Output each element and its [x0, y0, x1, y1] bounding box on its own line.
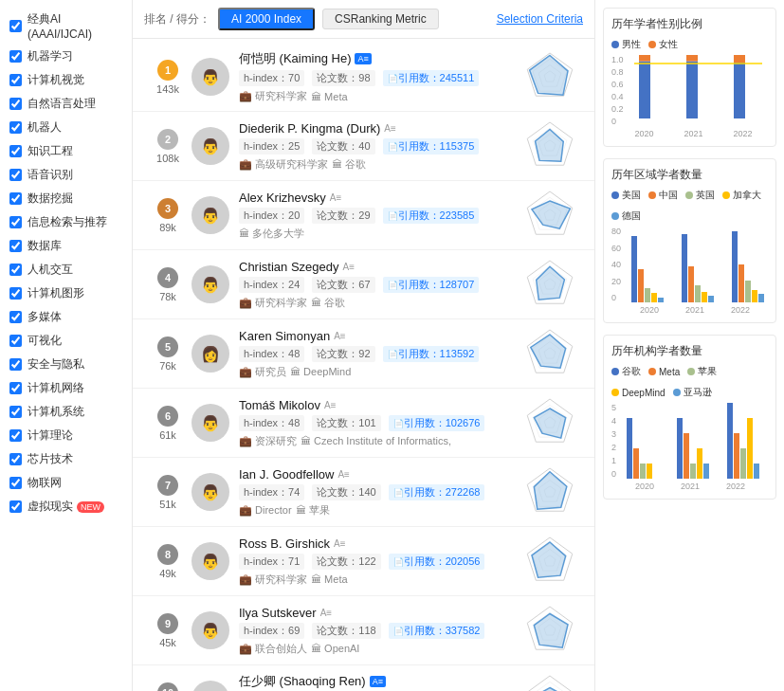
- sidebar-item-nlp[interactable]: 自然语言处理: [0, 92, 132, 116]
- rank-item-2[interactable]: 2108k👨Diederik P. Kingma (Durk)A≡h-index…: [133, 112, 594, 181]
- rank-item-8[interactable]: 849k👨Ross B. GirshickA≡h-index：71论文数：122…: [133, 527, 594, 596]
- sidebar-checkbox-speech[interactable]: [9, 169, 22, 181]
- radar-10: [517, 671, 583, 691]
- legend-item: 德国: [611, 209, 641, 223]
- svg-rect-78: [690, 464, 696, 479]
- citations-3: 📄引用数：223585: [383, 208, 480, 224]
- sidebar-checkbox-ir[interactable]: [9, 216, 22, 228]
- svg-rect-51: [639, 55, 650, 62]
- svg-rect-83: [740, 448, 746, 479]
- person-name-7: Ian J. GoodfellowA≡: [239, 467, 517, 482]
- sidebar-item-speech[interactable]: 语音识别: [0, 163, 132, 187]
- sidebar-item-theory[interactable]: 计算理论: [0, 424, 132, 447]
- svg-rect-63: [688, 266, 694, 302]
- person-org-2: 💼 高级研究科学家🏛 谷歌: [239, 157, 517, 172]
- sidebar-item-network[interactable]: 计算机网络: [0, 376, 132, 400]
- svg-marker-4: [530, 56, 568, 96]
- sidebar-item-db[interactable]: 数据库: [0, 234, 132, 258]
- avatar-8: 👨: [191, 542, 229, 580]
- rank-item-4[interactable]: 478k👨Christian SzegedyA≡h-index：24论文数：67…: [133, 250, 594, 319]
- selection-criteria-link[interactable]: Selection Criteria: [497, 12, 583, 26]
- person-role-6: 💼 资深研究: [239, 434, 297, 448]
- hindex-9: h-index：69: [239, 623, 304, 639]
- sidebar-item-cg[interactable]: 计算机图形: [0, 282, 132, 305]
- tab-csranking[interactable]: CSRanking Metric: [322, 9, 439, 29]
- sidebar-checkbox-hci[interactable]: [9, 264, 22, 276]
- legend-dot: [611, 368, 619, 375]
- legend-dot: [648, 41, 656, 48]
- sidebar-label-multimedia: 多媒体: [27, 309, 62, 325]
- sidebar-item-knowledge[interactable]: 知识工程: [0, 139, 132, 163]
- sidebar-checkbox-iot[interactable]: [9, 477, 22, 489]
- sidebar-label-ml: 机器学习: [27, 48, 73, 64]
- sidebar-item-classic-ai[interactable]: 经典AI (AAAI/IJCAI): [0, 8, 132, 45]
- citation-icon-4: 📄: [388, 281, 398, 290]
- rank-item-5[interactable]: 576k👩Karen SimonyanA≡h-index：48论文数：92📄引用…: [133, 319, 594, 389]
- legend-label: 谷歌: [622, 365, 641, 378]
- sidebar-item-datamining[interactable]: 数据挖掘: [0, 187, 132, 210]
- sidebar-item-hci[interactable]: 人机交互: [0, 258, 132, 282]
- sidebar-checkbox-network[interactable]: [9, 382, 22, 394]
- rank-badge-2: 2: [157, 129, 178, 150]
- sidebar-checkbox-nlp[interactable]: [9, 98, 22, 110]
- sidebar-checkbox-vis[interactable]: [9, 335, 22, 347]
- sidebar-item-security[interactable]: 安全与隐私: [0, 353, 132, 376]
- sidebar-item-iot[interactable]: 物联网: [0, 471, 132, 495]
- sidebar-checkbox-cg[interactable]: [9, 287, 22, 300]
- sidebar-item-systems[interactable]: 计算机系统: [0, 400, 132, 424]
- radar-8: [517, 533, 583, 590]
- rank-item-1[interactable]: 1143k👨何恺明 (Kaiming He)A≡h-index：70论文数：98…: [133, 43, 594, 112]
- legend-label: DeepMind: [622, 388, 665, 398]
- rank-item-9[interactable]: 945k👨Ilya SutskeverA≡h-index：69论文数：118📄引…: [133, 596, 594, 665]
- svg-rect-71: [758, 294, 764, 302]
- verified-icon-10: A≡: [370, 676, 386, 687]
- person-role-8: 💼 研究科学家: [239, 573, 307, 587]
- sidebar-checkbox-robotics[interactable]: [9, 121, 22, 134]
- sidebar-checkbox-db[interactable]: [9, 240, 22, 252]
- institution-legend: 谷歌Meta苹果DeepMind亚马逊: [611, 365, 768, 399]
- legend-dot: [611, 191, 619, 199]
- sidebar-checkbox-multimedia[interactable]: [9, 311, 22, 323]
- svg-rect-64: [695, 285, 701, 302]
- sidebar-item-vis[interactable]: 可视化: [0, 329, 132, 353]
- sidebar-checkbox-ml[interactable]: [9, 50, 22, 63]
- sidebar-checkbox-datamining[interactable]: [9, 192, 22, 205]
- sidebar-checkbox-systems[interactable]: [9, 406, 22, 418]
- person-org-1: 💼 研究科学家🏛 Meta: [239, 89, 517, 103]
- sidebar-item-cv[interactable]: 计算机视觉: [0, 68, 132, 92]
- rank-item-6[interactable]: 661k👨Tomáš MikolovA≡h-index：48论文数：101📄引用…: [133, 389, 594, 458]
- svg-rect-67: [732, 231, 738, 302]
- sidebar-checkbox-classic-ai[interactable]: [9, 20, 22, 32]
- sidebar-item-ml[interactable]: 机器学习: [0, 45, 132, 68]
- rank-item-10[interactable]: 1039k👨任少卿 (Shaoqing Ren)A≡h-index：17论文数：…: [133, 665, 594, 691]
- papers-7: 论文数：140: [312, 484, 380, 500]
- rank-badge-5: 5: [157, 336, 178, 357]
- sidebar-item-vr[interactable]: 虚拟现实NEW: [0, 495, 132, 518]
- svg-rect-77: [684, 433, 689, 479]
- sidebar-checkbox-vr[interactable]: [9, 500, 22, 513]
- sidebar-label-cv: 计算机视觉: [27, 72, 84, 88]
- citation-icon-9: 📄: [393, 627, 404, 636]
- tab-ai2000[interactable]: AI 2000 Index: [218, 8, 315, 30]
- rank-item-7[interactable]: 751k👨Ian J. GoodfellowA≡h-index：74论文数：14…: [133, 458, 594, 527]
- sidebar-item-multimedia[interactable]: 多媒体: [0, 305, 132, 329]
- svg-marker-39: [532, 542, 566, 577]
- sidebar-checkbox-chip[interactable]: [9, 453, 22, 465]
- sidebar-item-chip[interactable]: 芯片技术: [0, 447, 132, 471]
- badge-new-vr: NEW: [77, 501, 104, 513]
- sidebar-item-ir[interactable]: 信息检索与推荐: [0, 210, 132, 234]
- sidebar-item-robotics[interactable]: 机器人: [0, 116, 132, 139]
- legend-label: 美国: [622, 189, 641, 202]
- sidebar-label-vr: 虚拟现实: [27, 499, 73, 515]
- sidebar-checkbox-security[interactable]: [9, 358, 22, 371]
- rank-score-2: 108k: [156, 153, 179, 164]
- person-info-1: 何恺明 (Kaiming He)A≡h-index：70论文数：98📄引用数：2…: [239, 50, 517, 103]
- rank-item-3[interactable]: 389k👨Alex KrizhevskyA≡h-index：20论文数：29📄引…: [133, 181, 594, 250]
- sidebar-checkbox-cv[interactable]: [9, 74, 22, 86]
- sidebar-checkbox-theory[interactable]: [9, 429, 22, 442]
- radar-1: [517, 48, 583, 105]
- author-icon-6: A≡: [324, 400, 337, 410]
- sidebar-checkbox-knowledge[interactable]: [9, 145, 22, 157]
- papers-5: 论文数：92: [312, 346, 374, 362]
- person-info-8: Ross B. GirshickA≡h-index：71论文数：122📄引用数：…: [239, 536, 517, 587]
